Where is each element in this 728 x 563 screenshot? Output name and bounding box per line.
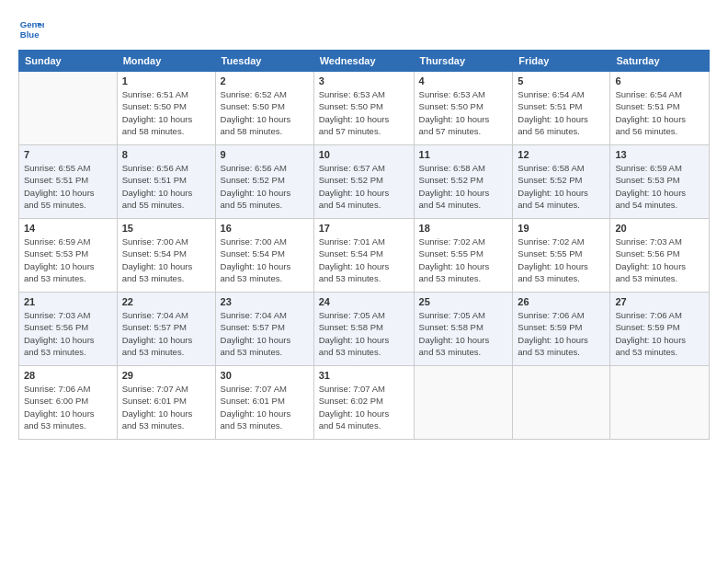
calendar-cell <box>513 366 610 440</box>
calendar-cell: 12Sunrise: 6:58 AMSunset: 5:52 PMDayligh… <box>513 145 610 219</box>
day-number: 1 <box>122 75 210 86</box>
day-info-text: Sunrise: 7:05 AMSunset: 5:58 PMDaylight:… <box>419 309 508 358</box>
day-number: 31 <box>319 370 409 381</box>
day-info-text: Sunrise: 6:59 AMSunset: 5:53 PMDaylight:… <box>615 162 704 211</box>
logo-icon: General Blue <box>18 17 44 42</box>
day-header-monday: Monday <box>117 51 215 72</box>
calendar-cell: 17Sunrise: 7:01 AMSunset: 5:54 PMDayligh… <box>313 219 414 293</box>
calendar-cell: 28Sunrise: 7:06 AMSunset: 6:00 PMDayligh… <box>19 366 118 440</box>
calendar-cell <box>19 72 118 145</box>
day-number: 28 <box>24 370 112 381</box>
calendar-cell: 7Sunrise: 6:55 AMSunset: 5:51 PMDaylight… <box>19 145 118 219</box>
day-number: 9 <box>221 149 309 160</box>
day-info-text: Sunrise: 7:03 AMSunset: 5:56 PMDaylight:… <box>615 236 704 284</box>
day-number: 24 <box>319 296 409 307</box>
day-header-saturday: Saturday <box>610 51 710 72</box>
calendar-cell <box>414 366 513 440</box>
day-number: 8 <box>122 149 210 160</box>
day-number: 19 <box>518 223 605 234</box>
day-number: 7 <box>24 149 112 160</box>
day-info-text: Sunrise: 6:56 AMSunset: 5:51 PMDaylight:… <box>122 162 210 211</box>
day-info-text: Sunrise: 7:00 AMSunset: 5:54 PMDaylight:… <box>122 236 210 284</box>
day-info-text: Sunrise: 7:05 AMSunset: 5:58 PMDaylight:… <box>319 309 409 358</box>
day-info-text: Sunrise: 6:53 AMSunset: 5:50 PMDaylight:… <box>319 88 409 137</box>
calendar-cell: 29Sunrise: 7:07 AMSunset: 6:01 PMDayligh… <box>117 366 215 440</box>
day-info-text: Sunrise: 7:01 AMSunset: 5:54 PMDaylight:… <box>319 236 409 284</box>
day-info-text: Sunrise: 6:54 AMSunset: 5:51 PMDaylight:… <box>518 88 605 137</box>
calendar-body: 1Sunrise: 6:51 AMSunset: 5:50 PMDaylight… <box>19 72 710 440</box>
svg-text:Blue: Blue <box>20 29 40 40</box>
header: General Blue <box>18 17 710 42</box>
day-info-text: Sunrise: 6:57 AMSunset: 5:52 PMDaylight:… <box>319 162 409 211</box>
day-header-sunday: Sunday <box>19 51 118 72</box>
day-number: 14 <box>24 223 112 234</box>
calendar-cell: 19Sunrise: 7:02 AMSunset: 5:55 PMDayligh… <box>513 219 610 293</box>
day-number: 17 <box>319 223 409 234</box>
calendar-table: SundayMondayTuesdayWednesdayThursdayFrid… <box>18 50 710 440</box>
calendar-cell: 21Sunrise: 7:03 AMSunset: 5:56 PMDayligh… <box>19 293 118 366</box>
day-info-text: Sunrise: 7:07 AMSunset: 6:01 PMDaylight:… <box>221 383 309 431</box>
calendar-cell: 13Sunrise: 6:59 AMSunset: 5:53 PMDayligh… <box>610 145 710 219</box>
page: General Blue SundayMondayTuesdayWednesda… <box>0 0 728 563</box>
calendar-cell: 14Sunrise: 6:59 AMSunset: 5:53 PMDayligh… <box>19 219 118 293</box>
calendar-cell: 16Sunrise: 7:00 AMSunset: 5:54 PMDayligh… <box>215 219 313 293</box>
day-info-text: Sunrise: 7:06 AMSunset: 6:00 PMDaylight:… <box>24 383 112 431</box>
calendar-cell: 26Sunrise: 7:06 AMSunset: 5:59 PMDayligh… <box>513 293 610 366</box>
calendar-cell: 6Sunrise: 6:54 AMSunset: 5:51 PMDaylight… <box>610 72 710 145</box>
day-number: 16 <box>221 223 309 234</box>
calendar-cell: 4Sunrise: 6:53 AMSunset: 5:50 PMDaylight… <box>414 72 513 145</box>
day-info-text: Sunrise: 7:06 AMSunset: 5:59 PMDaylight:… <box>518 309 605 358</box>
day-number: 26 <box>518 296 605 307</box>
day-number: 11 <box>419 149 508 160</box>
day-info-text: Sunrise: 6:54 AMSunset: 5:51 PMDaylight:… <box>615 88 704 137</box>
calendar-cell: 5Sunrise: 6:54 AMSunset: 5:51 PMDaylight… <box>513 72 610 145</box>
calendar-week-row: 28Sunrise: 7:06 AMSunset: 6:00 PMDayligh… <box>19 366 710 440</box>
day-header-tuesday: Tuesday <box>215 51 313 72</box>
calendar-cell: 31Sunrise: 7:07 AMSunset: 6:02 PMDayligh… <box>313 366 414 440</box>
calendar-cell: 23Sunrise: 7:04 AMSunset: 5:57 PMDayligh… <box>215 293 313 366</box>
day-info-text: Sunrise: 7:02 AMSunset: 5:55 PMDaylight:… <box>419 236 508 284</box>
day-number: 30 <box>221 370 309 381</box>
day-number: 29 <box>122 370 210 381</box>
day-info-text: Sunrise: 6:52 AMSunset: 5:50 PMDaylight:… <box>221 88 309 137</box>
calendar-cell: 30Sunrise: 7:07 AMSunset: 6:01 PMDayligh… <box>215 366 313 440</box>
day-number: 25 <box>419 296 508 307</box>
calendar-header-row: SundayMondayTuesdayWednesdayThursdayFrid… <box>19 51 710 72</box>
day-info-text: Sunrise: 7:04 AMSunset: 5:57 PMDaylight:… <box>221 309 309 358</box>
calendar-week-row: 1Sunrise: 6:51 AMSunset: 5:50 PMDaylight… <box>19 72 710 145</box>
calendar-cell: 18Sunrise: 7:02 AMSunset: 5:55 PMDayligh… <box>414 219 513 293</box>
day-header-wednesday: Wednesday <box>313 51 414 72</box>
day-info-text: Sunrise: 7:07 AMSunset: 6:02 PMDaylight:… <box>319 383 409 431</box>
day-info-text: Sunrise: 7:04 AMSunset: 5:57 PMDaylight:… <box>122 309 210 358</box>
day-number: 2 <box>221 75 309 86</box>
calendar-cell: 2Sunrise: 6:52 AMSunset: 5:50 PMDaylight… <box>215 72 313 145</box>
calendar-cell: 3Sunrise: 6:53 AMSunset: 5:50 PMDaylight… <box>313 72 414 145</box>
calendar-cell: 25Sunrise: 7:05 AMSunset: 5:58 PMDayligh… <box>414 293 513 366</box>
day-header-friday: Friday <box>513 51 610 72</box>
calendar-cell: 1Sunrise: 6:51 AMSunset: 5:50 PMDaylight… <box>117 72 215 145</box>
day-number: 5 <box>518 75 605 86</box>
day-info-text: Sunrise: 6:59 AMSunset: 5:53 PMDaylight:… <box>24 236 112 284</box>
day-number: 10 <box>319 149 409 160</box>
day-info-text: Sunrise: 6:58 AMSunset: 5:52 PMDaylight:… <box>518 162 605 211</box>
calendar-cell <box>610 366 710 440</box>
calendar-cell: 20Sunrise: 7:03 AMSunset: 5:56 PMDayligh… <box>610 219 710 293</box>
calendar-cell: 10Sunrise: 6:57 AMSunset: 5:52 PMDayligh… <box>313 145 414 219</box>
calendar-cell: 11Sunrise: 6:58 AMSunset: 5:52 PMDayligh… <box>414 145 513 219</box>
day-number: 27 <box>615 296 704 307</box>
day-info-text: Sunrise: 6:51 AMSunset: 5:50 PMDaylight:… <box>122 88 210 137</box>
calendar-cell: 22Sunrise: 7:04 AMSunset: 5:57 PMDayligh… <box>117 293 215 366</box>
day-number: 20 <box>615 223 704 234</box>
day-number: 3 <box>319 75 409 86</box>
day-number: 22 <box>122 296 210 307</box>
day-info-text: Sunrise: 7:06 AMSunset: 5:59 PMDaylight:… <box>615 309 704 358</box>
day-number: 15 <box>122 223 210 234</box>
day-info-text: Sunrise: 6:55 AMSunset: 5:51 PMDaylight:… <box>24 162 112 211</box>
day-info-text: Sunrise: 6:58 AMSunset: 5:52 PMDaylight:… <box>419 162 508 211</box>
day-number: 21 <box>24 296 112 307</box>
day-number: 23 <box>221 296 309 307</box>
calendar-week-row: 21Sunrise: 7:03 AMSunset: 5:56 PMDayligh… <box>19 293 710 366</box>
day-info-text: Sunrise: 7:07 AMSunset: 6:01 PMDaylight:… <box>122 383 210 431</box>
calendar-cell: 9Sunrise: 6:56 AMSunset: 5:52 PMDaylight… <box>215 145 313 219</box>
calendar-cell: 15Sunrise: 7:00 AMSunset: 5:54 PMDayligh… <box>117 219 215 293</box>
